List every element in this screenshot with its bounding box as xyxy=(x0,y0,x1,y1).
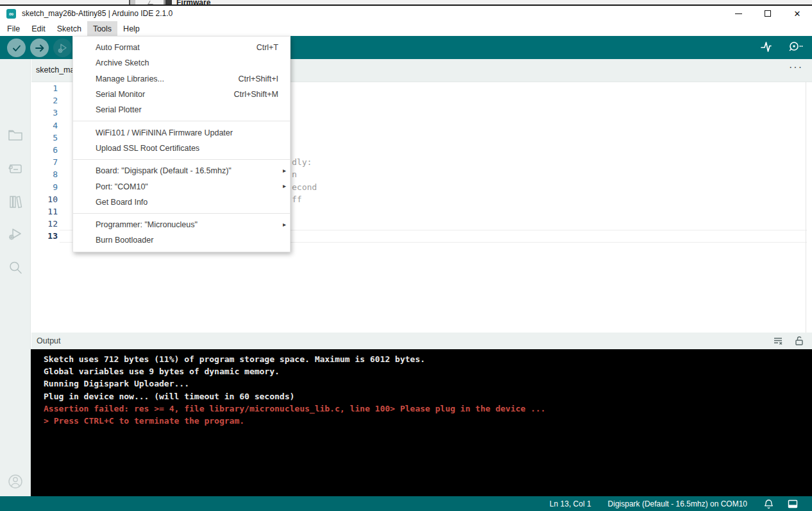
line-number: 4 xyxy=(31,119,58,132)
line-number: 12 xyxy=(31,218,58,230)
line-number: 6 xyxy=(31,144,58,156)
notifications-slot[interactable] xyxy=(764,499,774,509)
menu-edit[interactable]: Edit xyxy=(26,21,51,36)
code-fragment: ff xyxy=(292,193,302,205)
close-button[interactable]: ✕ xyxy=(782,6,812,21)
sketchbook-folder-icon[interactable] xyxy=(8,127,23,143)
menu-item-port[interactable]: Port: "COM10" ▸ xyxy=(73,178,290,194)
menu-item-upload-ssl-certificates[interactable]: Upload SSL Root Certificates xyxy=(73,141,290,156)
line-number: 11 xyxy=(31,205,58,218)
menu-item-serial-plotter[interactable]: Serial Plotter xyxy=(73,102,290,117)
debug-sidebar-icon[interactable] xyxy=(8,227,23,242)
toggle-bottom-panel-icon xyxy=(788,499,798,508)
menu-item-get-board-info[interactable]: Get Board Info xyxy=(73,195,290,210)
menu-separator xyxy=(73,121,290,121)
arduino-app-icon: ∞ xyxy=(6,9,16,19)
line-number: 1 xyxy=(31,82,58,94)
line-number: 5 xyxy=(31,132,58,144)
menu-item-burn-bootloader[interactable]: Burn Bootloader xyxy=(73,232,290,248)
window-title: sketch_may26b-Attiny85 | Arduino IDE 2.1… xyxy=(22,9,173,18)
firmware-item-icon xyxy=(164,0,172,4)
titlebar: ∞ sketch_may26b-Attiny85 | Arduino IDE 2… xyxy=(0,6,812,21)
background-tree-caret-fragment xyxy=(148,1,155,4)
code-fragment: econd xyxy=(292,181,317,193)
profile-icon[interactable] xyxy=(8,474,23,489)
serial-monitor-icon[interactable] xyxy=(786,39,803,55)
line-number: 7 xyxy=(31,156,58,168)
console-line: Global variables use 9 bytes of dynamic … xyxy=(44,365,812,377)
maximize-button[interactable] xyxy=(753,6,782,21)
menu-separator xyxy=(73,159,290,160)
editor-scrollbar-edge xyxy=(806,82,806,333)
menu-help[interactable]: Help xyxy=(117,21,146,36)
menu-item-archive-sketch[interactable]: Archive Sketch xyxy=(73,55,290,71)
menu-item-wifi-firmware-updater[interactable]: WiFi101 / WiFiNINA Firmware Updater xyxy=(73,125,290,140)
debug-icon xyxy=(57,42,69,54)
output-console[interactable]: Sketch uses 712 bytes (11%) of program s… xyxy=(31,349,812,496)
menu-sketch[interactable]: Sketch xyxy=(51,21,87,36)
line-number-active: 13 xyxy=(31,230,58,242)
background-scrollbar-fragment xyxy=(129,0,135,4)
arduino-ide-window: Firmware ∞ sketch_may26b-Attiny85 | Ardu… xyxy=(0,0,812,511)
close-icon: ✕ xyxy=(794,10,801,18)
autoscroll-lock-icon[interactable] xyxy=(794,335,804,347)
boards-manager-icon[interactable] xyxy=(8,160,23,176)
tools-dropdown-menu: Auto Format Ctrl+T Archive Sketch Manage… xyxy=(72,36,291,252)
minimize-button[interactable] xyxy=(723,6,753,21)
arrow-right-icon xyxy=(35,43,45,53)
bell-icon xyxy=(764,499,774,509)
line-number-gutter: 1 2 3 4 5 6 7 8 9 10 11 12 13 xyxy=(31,82,58,242)
verify-button[interactable] xyxy=(7,39,26,57)
upload-button[interactable] xyxy=(30,39,49,57)
submenu-arrow-icon: ▸ xyxy=(283,221,286,228)
output-title: Output xyxy=(37,336,61,345)
toolbar-right-icons xyxy=(759,39,803,55)
board-port-status[interactable]: Digispark (Default - 16.5mhz) on COM10 xyxy=(608,499,747,508)
statusbar: Ln 13, Col 1 Digispark (Default - 16.5mh… xyxy=(0,496,812,511)
console-line: Running Digispark Uploader... xyxy=(44,377,812,390)
menu-item-manage-libraries[interactable]: Manage Libraries... Ctrl+Shift+I xyxy=(73,71,290,87)
menu-item-programmer[interactable]: Programmer: "Micronucleus" ▸ xyxy=(73,217,290,232)
window-controls: ✕ xyxy=(723,6,812,21)
menu-separator xyxy=(73,213,290,214)
submenu-arrow-icon: ▸ xyxy=(283,182,286,189)
line-number: 8 xyxy=(31,168,58,180)
library-manager-icon[interactable] xyxy=(8,194,23,209)
clear-output-icon[interactable] xyxy=(772,335,784,347)
cursor-position[interactable]: Ln 13, Col 1 xyxy=(550,499,591,508)
code-fragment: dly: xyxy=(292,156,312,168)
line-number: 10 xyxy=(31,193,58,205)
tab-more-button[interactable]: ··· xyxy=(789,62,803,73)
output-header-icons xyxy=(772,335,804,347)
line-number: 2 xyxy=(31,94,58,107)
menu-item-board[interactable]: Board: "Digispark (Default - 16.5mhz)" ▸ xyxy=(73,163,290,178)
menu-file[interactable]: File xyxy=(1,21,26,36)
search-icon[interactable] xyxy=(8,260,23,275)
checkmark-icon xyxy=(12,43,22,53)
serial-plotter-icon[interactable] xyxy=(759,39,775,55)
console-line-error: Assertion failed: res >= 4, file library… xyxy=(44,403,812,415)
minimize-icon xyxy=(735,13,742,14)
menu-tools[interactable]: Tools xyxy=(87,21,117,36)
console-line: Sketch uses 712 bytes (11%) of program s… xyxy=(44,353,812,365)
debug-button[interactable] xyxy=(53,39,72,57)
background-window-strip: Firmware xyxy=(0,0,812,6)
firmware-item-label: Firmware xyxy=(176,0,210,6)
code-fragment: n xyxy=(292,168,297,180)
submenu-arrow-icon: ▸ xyxy=(283,167,286,174)
maximize-icon xyxy=(765,10,771,17)
console-line: Plug in device now... (will timeout in 6… xyxy=(44,390,812,403)
activity-sidebar xyxy=(0,59,31,496)
console-line-error: > Press CTRL+C to terminate the program. xyxy=(44,415,812,427)
output-panel-header: Output xyxy=(31,333,812,349)
line-number: 9 xyxy=(31,181,58,193)
line-number: 3 xyxy=(31,107,58,119)
toggle-panel-slot[interactable] xyxy=(788,499,798,508)
menubar: File Edit Sketch Tools Help xyxy=(0,21,812,36)
menu-item-auto-format[interactable]: Auto Format Ctrl+T xyxy=(73,40,290,55)
menu-item-serial-monitor[interactable]: Serial Monitor Ctrl+Shift+M xyxy=(73,87,290,102)
